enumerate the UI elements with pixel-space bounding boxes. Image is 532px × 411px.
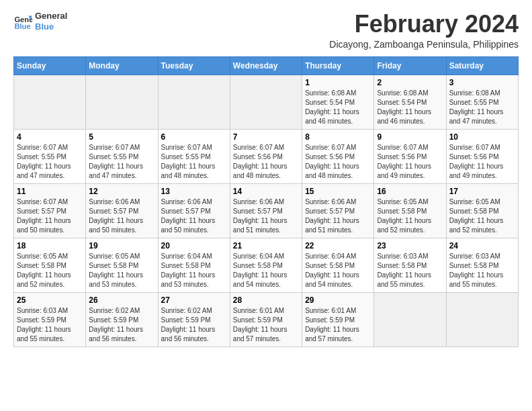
day-cell: 4Sunrise: 6:07 AM Sunset: 5:55 PM Daylig… — [14, 129, 86, 183]
day-number: 22 — [305, 241, 371, 250]
day-cell: 1Sunrise: 6:08 AM Sunset: 5:54 PM Daylig… — [302, 75, 374, 129]
day-info: Sunrise: 6:07 AM Sunset: 5:55 PM Dayligh… — [17, 143, 83, 181]
day-info: Sunrise: 6:04 AM Sunset: 5:58 PM Dayligh… — [233, 252, 299, 289]
week-row-0: 1Sunrise: 6:08 AM Sunset: 5:54 PM Daylig… — [14, 75, 519, 129]
day-number: 2 — [377, 78, 443, 87]
day-cell: 22Sunrise: 6:04 AM Sunset: 5:58 PM Dayli… — [302, 238, 374, 292]
day-cell: 18Sunrise: 6:05 AM Sunset: 5:58 PM Dayli… — [14, 238, 86, 292]
day-number: 11 — [17, 187, 83, 196]
logo-line1: General — [35, 11, 67, 21]
day-cell: 12Sunrise: 6:06 AM Sunset: 5:57 PM Dayli… — [86, 183, 158, 238]
day-cell: 14Sunrise: 6:06 AM Sunset: 5:57 PM Dayli… — [230, 183, 302, 238]
col-header-sunday: Sunday — [14, 56, 86, 75]
day-cell: 11Sunrise: 6:07 AM Sunset: 5:57 PM Dayli… — [14, 183, 86, 238]
day-number: 8 — [305, 132, 371, 142]
day-cell: 25Sunrise: 6:03 AM Sunset: 5:59 PM Dayli… — [14, 292, 86, 347]
day-number: 25 — [17, 295, 83, 305]
day-info: Sunrise: 6:03 AM Sunset: 5:58 PM Dayligh… — [449, 252, 515, 289]
logo-line2: Blue — [35, 21, 67, 32]
main-title: February 2024 — [329, 11, 519, 38]
title-block: February 2024 Dicayong, Zamboanga Penins… — [329, 11, 519, 50]
calendar-header: SundayMondayTuesdayWednesdayThursdayFrid… — [14, 56, 519, 75]
day-number: 1 — [305, 78, 371, 87]
day-info: Sunrise: 6:08 AM Sunset: 5:55 PM Dayligh… — [449, 89, 515, 126]
day-number: 19 — [89, 241, 154, 250]
day-number: 28 — [233, 295, 299, 305]
day-cell: 20Sunrise: 6:04 AM Sunset: 5:58 PM Dayli… — [158, 238, 230, 292]
day-number: 23 — [377, 241, 443, 250]
day-info: Sunrise: 6:04 AM Sunset: 5:58 PM Dayligh… — [161, 252, 227, 289]
day-number: 12 — [89, 187, 154, 196]
day-number: 7 — [233, 132, 299, 142]
col-header-saturday: Saturday — [446, 56, 518, 75]
day-cell: 6Sunrise: 6:07 AM Sunset: 5:55 PM Daylig… — [158, 129, 230, 183]
day-info: Sunrise: 6:02 AM Sunset: 5:59 PM Dayligh… — [89, 306, 154, 344]
day-info: Sunrise: 6:05 AM Sunset: 5:58 PM Dayligh… — [89, 252, 154, 289]
day-info: Sunrise: 6:02 AM Sunset: 5:59 PM Dayligh… — [161, 306, 227, 344]
day-number: 20 — [161, 241, 227, 250]
day-cell: 28Sunrise: 6:01 AM Sunset: 5:59 PM Dayli… — [230, 292, 302, 347]
day-info: Sunrise: 6:06 AM Sunset: 5:57 PM Dayligh… — [161, 197, 227, 235]
day-info: Sunrise: 6:06 AM Sunset: 5:57 PM Dayligh… — [89, 197, 154, 235]
day-info: Sunrise: 6:07 AM Sunset: 5:57 PM Dayligh… — [17, 197, 83, 235]
col-header-thursday: Thursday — [302, 56, 374, 75]
subtitle: Dicayong, Zamboanga Peninsula, Philippin… — [329, 39, 519, 50]
day-cell: 2Sunrise: 6:08 AM Sunset: 5:54 PM Daylig… — [374, 75, 446, 129]
day-info: Sunrise: 6:08 AM Sunset: 5:54 PM Dayligh… — [377, 89, 443, 126]
day-number: 27 — [161, 295, 227, 305]
logo: General Blue General Blue — [13, 11, 67, 32]
day-cell — [230, 75, 302, 129]
day-cell: 15Sunrise: 6:06 AM Sunset: 5:57 PM Dayli… — [302, 183, 374, 238]
day-number: 10 — [449, 132, 515, 142]
day-info: Sunrise: 6:08 AM Sunset: 5:54 PM Dayligh… — [305, 89, 371, 126]
day-cell: 23Sunrise: 6:03 AM Sunset: 5:58 PM Dayli… — [374, 238, 446, 292]
day-info: Sunrise: 6:03 AM Sunset: 5:59 PM Dayligh… — [17, 306, 83, 344]
svg-text:Blue: Blue — [14, 22, 30, 30]
day-cell: 8Sunrise: 6:07 AM Sunset: 5:56 PM Daylig… — [302, 129, 374, 183]
calendar-body: 1Sunrise: 6:08 AM Sunset: 5:54 PM Daylig… — [14, 75, 519, 347]
day-cell: 27Sunrise: 6:02 AM Sunset: 5:59 PM Dayli… — [158, 292, 230, 347]
day-cell: 3Sunrise: 6:08 AM Sunset: 5:55 PM Daylig… — [446, 75, 518, 129]
day-number: 9 — [377, 132, 443, 142]
col-header-wednesday: Wednesday — [230, 56, 302, 75]
day-cell — [374, 292, 446, 347]
day-info: Sunrise: 6:04 AM Sunset: 5:58 PM Dayligh… — [305, 252, 371, 289]
day-info: Sunrise: 6:07 AM Sunset: 5:56 PM Dayligh… — [305, 143, 371, 181]
day-number: 26 — [89, 295, 154, 305]
day-number: 16 — [377, 187, 443, 196]
day-info: Sunrise: 6:05 AM Sunset: 5:58 PM Dayligh… — [17, 252, 83, 289]
day-number: 5 — [89, 132, 154, 142]
week-row-2: 11Sunrise: 6:07 AM Sunset: 5:57 PM Dayli… — [14, 183, 519, 238]
week-row-1: 4Sunrise: 6:07 AM Sunset: 5:55 PM Daylig… — [14, 129, 519, 183]
week-row-4: 25Sunrise: 6:03 AM Sunset: 5:59 PM Dayli… — [14, 292, 519, 347]
day-cell: 29Sunrise: 6:01 AM Sunset: 5:59 PM Dayli… — [302, 292, 374, 347]
header: General Blue General Blue February 2024 … — [13, 11, 519, 50]
day-info: Sunrise: 6:07 AM Sunset: 5:56 PM Dayligh… — [377, 143, 443, 181]
col-header-tuesday: Tuesday — [158, 56, 230, 75]
day-info: Sunrise: 6:07 AM Sunset: 5:55 PM Dayligh… — [161, 143, 227, 181]
day-info: Sunrise: 6:05 AM Sunset: 5:58 PM Dayligh… — [377, 197, 443, 235]
day-info: Sunrise: 6:07 AM Sunset: 5:56 PM Dayligh… — [449, 143, 515, 181]
day-cell — [158, 75, 230, 129]
day-cell: 17Sunrise: 6:05 AM Sunset: 5:58 PM Dayli… — [446, 183, 518, 238]
header-row: SundayMondayTuesdayWednesdayThursdayFrid… — [14, 56, 519, 75]
day-cell — [86, 75, 158, 129]
day-cell: 5Sunrise: 6:07 AM Sunset: 5:55 PM Daylig… — [86, 129, 158, 183]
day-info: Sunrise: 6:01 AM Sunset: 5:59 PM Dayligh… — [233, 306, 299, 344]
col-header-monday: Monday — [86, 56, 158, 75]
logo-icon: General Blue — [13, 12, 32, 31]
day-number: 4 — [17, 132, 83, 142]
week-row-3: 18Sunrise: 6:05 AM Sunset: 5:58 PM Dayli… — [14, 238, 519, 292]
day-number: 21 — [233, 241, 299, 250]
day-cell: 10Sunrise: 6:07 AM Sunset: 5:56 PM Dayli… — [446, 129, 518, 183]
day-number: 18 — [17, 241, 83, 250]
day-info: Sunrise: 6:03 AM Sunset: 5:58 PM Dayligh… — [377, 252, 443, 289]
day-cell: 19Sunrise: 6:05 AM Sunset: 5:58 PM Dayli… — [86, 238, 158, 292]
day-number: 24 — [449, 241, 515, 250]
day-info: Sunrise: 6:07 AM Sunset: 5:56 PM Dayligh… — [233, 143, 299, 181]
day-cell — [446, 292, 518, 347]
day-info: Sunrise: 6:06 AM Sunset: 5:57 PM Dayligh… — [305, 197, 371, 235]
calendar-table: SundayMondayTuesdayWednesdayThursdayFrid… — [13, 56, 519, 347]
day-number: 13 — [161, 187, 227, 196]
day-number: 6 — [161, 132, 227, 142]
